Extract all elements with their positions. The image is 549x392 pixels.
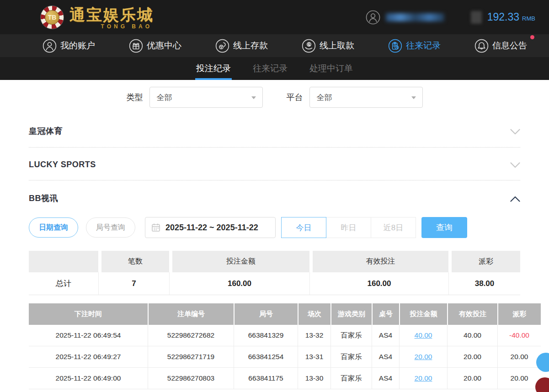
summary-header-row: 笔数 投注金额 有效投注 派彩: [29, 251, 520, 272]
cell-round-id: 663841175: [234, 368, 298, 389]
search-button-label: 查询: [436, 222, 453, 233]
nav-label: 优惠中心: [147, 40, 181, 52]
bet-amount-link[interactable]: 20.00: [415, 353, 432, 360]
bet-amount-link[interactable]: 40.00: [415, 331, 432, 339]
cell-valid-bet: 40.00: [447, 325, 497, 346]
avatar-icon[interactable]: [366, 10, 380, 25]
platform-select-value: 全部: [317, 92, 332, 103]
date-range-picker[interactable]: 2025-11-22 ~ 2025-11-22: [145, 217, 276, 238]
nav-label: 往来记录: [406, 40, 441, 52]
quick-yesterday-button[interactable]: 昨日: [326, 217, 371, 238]
section-bb-video: BB视讯: [29, 180, 520, 214]
section-header-crown-sports[interactable]: 皇冠体育: [29, 113, 520, 148]
chevron-down-icon: [510, 128, 520, 134]
cell-table-number: AS4: [372, 368, 399, 389]
balance-amount: 192.33: [487, 11, 519, 23]
nav-item-records[interactable]: 往来记录: [388, 39, 441, 53]
cell-bet-time: 2025-11-22 06:49:27: [29, 346, 148, 368]
record-tabs: 投注纪录 往来记录 处理中订单: [0, 57, 549, 80]
cell-game-type: 百家乐: [330, 368, 372, 389]
bet-table-header-row: 下注时间 注单编号 局号 场次 游戏类别 桌号 投注金额 有效投注 派彩: [29, 303, 541, 325]
records-icon: [388, 39, 402, 53]
bet-amount-link[interactable]: 20.00: [415, 374, 432, 382]
round-query-label: 局号查询: [96, 223, 125, 233]
platform-select[interactable]: 全部: [309, 87, 423, 108]
type-select-value: 全部: [157, 92, 172, 103]
summary-header-bet-amount: 投注金额: [169, 251, 309, 272]
cell-session: 13-32: [298, 325, 330, 346]
balance[interactable]: 192.33 RMB: [487, 11, 535, 23]
bell-icon: [474, 39, 489, 53]
chevron-down-icon: [251, 96, 256, 99]
chevron-down-icon: [510, 162, 520, 168]
filter-row: 类型 全部 平台 全部: [0, 80, 549, 113]
cell-valid-bet: 20.00: [447, 346, 497, 368]
deposit-icon: [215, 39, 229, 53]
cell-bet-id: 522986271719: [148, 346, 234, 368]
wallet-icon-blurred[interactable]: [471, 11, 482, 24]
site-logo[interactable]: TB 通宝娱乐城 TONG BAO: [40, 5, 154, 30]
cell-bet-id: 522986272682: [148, 325, 234, 346]
account-area: 192.33 RMB: [366, 0, 535, 34]
tab-transaction-records[interactable]: 往来记录: [252, 57, 288, 80]
cell-round-id: 663841329: [234, 325, 298, 346]
cell-session: 13-31: [298, 346, 330, 368]
balance-currency: RMB: [522, 15, 535, 22]
cell-bet-time: 2025-11-22 06:49:54: [29, 325, 148, 346]
summary-bet-amount-value: 160.00: [169, 272, 309, 295]
cell-bet-id: 522986270803: [148, 368, 234, 389]
cell-bet-time: 2025-11-22 06:49:00: [29, 368, 148, 389]
cell-payout: -40.00: [497, 325, 541, 346]
table-row: 2025-11-22 06:49:00 522986270803 6638411…: [29, 368, 541, 389]
date-query-button[interactable]: 日期查询: [29, 217, 78, 238]
nav-label: 线上存款: [233, 40, 268, 52]
query-controls: 日期查询 局号查询 2025-11-22 ~ 2025-11-22 今日 昨日 …: [29, 217, 520, 238]
header-game-type: 游戏类别: [330, 303, 372, 325]
cell-table-number: AS4: [372, 346, 399, 368]
nav-item-withdraw[interactable]: 线上取款: [302, 39, 354, 53]
cell-payout: 20.00: [497, 346, 541, 368]
quick-today-button[interactable]: 今日: [281, 217, 326, 238]
username-blurred[interactable]: [386, 13, 444, 21]
cell-valid-bet: 20.00: [447, 368, 497, 389]
gift-icon: [129, 39, 143, 53]
quick-label: 今日: [296, 222, 312, 233]
section-header-bb-video[interactable]: BB视讯: [29, 180, 520, 214]
cell-round-id: 663841254: [234, 346, 298, 368]
nav-item-announcements[interactable]: 信息公告: [474, 39, 527, 53]
type-select[interactable]: 全部: [149, 87, 263, 108]
type-filter: 类型 全部: [127, 87, 263, 108]
summary-payout-value: 38.00: [448, 272, 520, 295]
summary-header-count: 笔数: [98, 251, 169, 272]
chip-monogram: TB: [45, 10, 59, 25]
chevron-up-icon: [510, 196, 520, 201]
tab-betting-records[interactable]: 投注纪录: [195, 57, 232, 80]
top-bar: TB 通宝娱乐城 TONG BAO 192.33 RMB: [0, 0, 549, 34]
section-crown-sports: 皇冠体育: [29, 113, 520, 148]
section-header-lucky-sports[interactable]: LUCKY SPORTS: [29, 148, 520, 180]
header-bet-amount: 投注金额: [399, 303, 447, 325]
round-query-button[interactable]: 局号查询: [86, 217, 135, 238]
date-query-label: 日期查询: [39, 223, 68, 233]
logo-text: 通宝娱乐城 TONG BAO: [69, 5, 154, 30]
summary-header-valid-bet: 有效投注: [309, 251, 448, 272]
cell-game-type: 百家乐: [330, 346, 372, 368]
platform-filter-label: 平台: [287, 92, 303, 103]
nav-item-deposit[interactable]: 线上存款: [215, 39, 268, 53]
nav-item-my-account[interactable]: 我的账户: [43, 39, 95, 53]
header-table-number: 桌号: [372, 303, 399, 325]
tab-processing-orders[interactable]: 处理中订单: [309, 57, 354, 80]
search-button[interactable]: 查询: [421, 217, 467, 238]
summary-total-row: 总计 7 160.00 160.00 38.00: [29, 272, 520, 295]
logo-subtitle: TONG BAO: [69, 23, 154, 30]
section-title: 皇冠体育: [29, 126, 63, 137]
platform-filter: 平台 全部: [287, 87, 423, 108]
summary-header-payout: 派彩: [448, 251, 520, 272]
cell-bet-amount: 40.00: [399, 325, 447, 346]
nav-item-promotions[interactable]: 优惠中心: [129, 39, 181, 53]
date-range-value: 2025-11-22 ~ 2025-11-22: [165, 223, 258, 233]
quick-last8days-button[interactable]: 近8日: [371, 217, 416, 238]
header-payout: 派彩: [497, 303, 541, 325]
section-lucky-sports: LUCKY SPORTS: [29, 148, 520, 180]
header-bet-id: 注单编号: [148, 303, 234, 325]
